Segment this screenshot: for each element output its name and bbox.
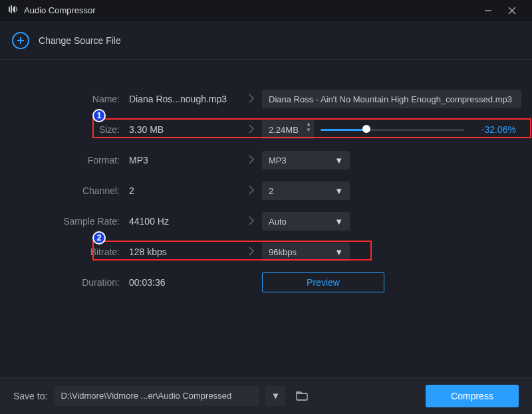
app-icon xyxy=(8,4,19,17)
row-format: Format: MP3 MP3 ▼ xyxy=(16,145,516,175)
size-value: 3.30 MB xyxy=(129,124,249,135)
bitrate-target: 96kbps xyxy=(269,247,297,257)
name-value: Diana Ros...nough.mp3 xyxy=(129,94,249,104)
channel-dropdown[interactable]: 2 ▼ xyxy=(262,181,350,200)
bitrate-dropdown[interactable]: 96kbps ▼ xyxy=(262,243,350,261)
sample-rate-dropdown[interactable]: Auto ▼ xyxy=(262,212,350,231)
format-value: MP3 xyxy=(129,155,249,165)
save-to-label: Save to: xyxy=(13,391,47,401)
chevron-right-icon xyxy=(249,124,262,136)
save-path-value: D:\Vidmore\Vidmore ...er\Audio Compresse… xyxy=(61,391,231,401)
chevron-right-icon xyxy=(249,216,262,227)
chevron-right-icon xyxy=(249,185,262,197)
add-source-icon[interactable] xyxy=(12,32,29,49)
channel-target: 2 xyxy=(269,186,273,196)
chevron-down-icon: ▼ xyxy=(334,247,343,257)
folder-icon xyxy=(296,391,308,401)
open-folder-button[interactable] xyxy=(292,386,312,406)
name-label: Name: xyxy=(16,94,129,104)
row-bitrate: Bitrate: 128 kbps 96kbps ▼ 2 xyxy=(16,237,516,267)
app-title: Audio Compressor xyxy=(24,5,476,15)
target-size-spinner[interactable]: 2.24MB ▲▼ xyxy=(262,120,314,139)
svg-rect-0 xyxy=(9,7,10,12)
sample-rate-value: 44100 Hz xyxy=(129,216,249,227)
duration-value: 00:03:36 xyxy=(129,277,249,288)
spinner-arrows-icon[interactable]: ▲▼ xyxy=(306,122,311,132)
target-size-value: 2.24MB xyxy=(269,125,299,135)
duration-label: Duration: xyxy=(16,277,129,288)
chevron-down-icon: ▼ xyxy=(334,217,343,227)
save-path-dropdown[interactable]: ▼ xyxy=(265,386,285,406)
row-size: Size: 3.30 MB 2.24MB ▲▼ -32.06% 1 xyxy=(16,114,516,145)
footer: Save to: D:\Vidmore\Vidmore ...er\Audio … xyxy=(0,377,532,414)
minimize-button[interactable] xyxy=(476,0,500,21)
chevron-down-icon: ▼ xyxy=(271,391,280,401)
channel-value: 2 xyxy=(129,185,249,196)
sample-rate-label: Sample Rate: xyxy=(16,216,129,227)
svg-rect-1 xyxy=(11,5,12,13)
row-sample-rate: Sample Rate: 44100 Hz Auto ▼ xyxy=(16,206,516,237)
output-name-value: Diana Ross - Ain't No Mountain High Enou… xyxy=(269,94,512,104)
bitrate-value: 128 kbps xyxy=(129,247,249,257)
format-label: Format: xyxy=(16,155,129,165)
svg-rect-7 xyxy=(297,393,307,400)
titlebar: Audio Compressor xyxy=(0,0,532,21)
size-label: Size: xyxy=(16,124,129,135)
source-bar: Change Source File xyxy=(0,21,532,60)
row-duration: Duration: 00:03:36 Preview xyxy=(16,267,516,298)
close-button[interactable] xyxy=(500,0,524,21)
chevron-right-icon xyxy=(249,247,262,258)
slider-fill xyxy=(321,129,366,131)
channel-label: Channel: xyxy=(16,185,129,196)
compress-label: Compress xyxy=(451,391,493,401)
row-channel: Channel: 2 2 ▼ xyxy=(16,175,516,206)
chevron-right-icon xyxy=(249,155,262,166)
preview-label: Preview xyxy=(307,277,340,288)
chevron-right-icon xyxy=(249,94,262,105)
format-dropdown[interactable]: MP3 ▼ xyxy=(262,151,350,169)
chevron-down-icon: ▼ xyxy=(334,186,343,196)
save-path-field[interactable]: D:\Vidmore\Vidmore ...er\Audio Compresse… xyxy=(54,386,259,406)
format-target: MP3 xyxy=(269,155,287,165)
main-panel: Name: Diana Ros...nough.mp3 Diana Ross -… xyxy=(0,60,532,298)
annotation-badge-2: 2 xyxy=(92,231,106,245)
slider-thumb[interactable] xyxy=(362,125,370,133)
preview-button[interactable]: Preview xyxy=(262,272,384,292)
compress-button[interactable]: Compress xyxy=(426,385,519,407)
annotation-badge-1: 1 xyxy=(92,109,106,122)
chevron-down-icon: ▼ xyxy=(334,155,343,165)
output-name-field[interactable]: Diana Ross - Ain't No Mountain High Enou… xyxy=(262,90,521,108)
bitrate-label: Bitrate: xyxy=(16,247,129,257)
size-slider[interactable] xyxy=(321,128,464,132)
row-name: Name: Diana Ros...nough.mp3 Diana Ross -… xyxy=(16,84,516,114)
size-percent: -32.06% xyxy=(471,124,516,135)
sample-rate-target: Auto xyxy=(269,217,287,227)
change-source-label[interactable]: Change Source File xyxy=(39,35,121,46)
